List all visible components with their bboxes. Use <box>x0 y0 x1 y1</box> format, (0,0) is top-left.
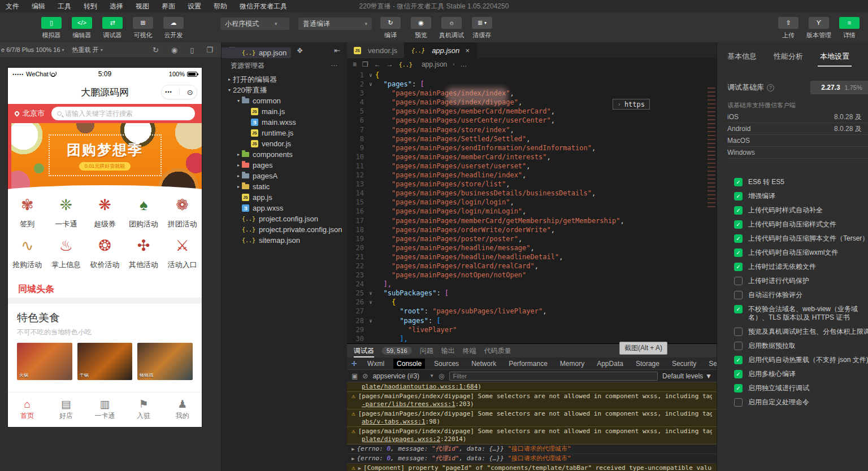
toolbar-button[interactable]: ⇄调试器 <box>99 17 125 40</box>
settings-option[interactable]: ✓增强编译 <box>734 192 868 200</box>
expand-icon[interactable]: ▶ <box>351 456 354 461</box>
toolbar-button[interactable]: ▯模拟器 <box>38 17 64 40</box>
checkbox-unchecked[interactable] <box>734 328 743 336</box>
checkbox-checked[interactable]: ✓ <box>734 305 743 313</box>
checkbox-checked[interactable]: ✓ <box>734 192 743 200</box>
clear-console-icon[interactable]: ⊘ <box>362 372 368 380</box>
promo-banner[interactable]: 团购梦想季 0.01元拼好货就能 <box>8 123 202 190</box>
tree-item[interactable]: ▾220带直播 <box>222 85 347 95</box>
source-link[interactable]: plate/diypages.wxss:2 <box>362 435 440 443</box>
breadcrumb-file[interactable]: app.json <box>422 60 447 68</box>
console-message[interactable]: ▶{errno: 0, message: "代理id", data: {…}} … <box>347 454 717 464</box>
food-card[interactable]: 火锅 <box>17 343 72 380</box>
debugger-icon[interactable]: ⇄ <box>102 17 123 29</box>
exit-target-icon[interactable]: ⊙ <box>187 88 193 97</box>
outline-icon[interactable]: ≡ <box>353 60 357 68</box>
phone-tab-active[interactable]: ⌂首页 <box>8 393 47 427</box>
console-message[interactable]: ⚠[pages/mainPages/index/diypage] Some se… <box>347 409 717 427</box>
feature-grid-item[interactable]: ⚔活动入口 <box>163 237 202 270</box>
devtools-tab-performance[interactable]: Performance <box>505 359 551 369</box>
version-control-icon[interactable]: ϒ <box>809 17 829 29</box>
settings-option[interactable]: ✓上传代码时样式自动补全 <box>734 206 868 215</box>
toolbar-right-button[interactable]: ≡详情 <box>836 17 862 40</box>
settings-option[interactable]: ✓启用多核心编译 <box>734 370 868 378</box>
feature-grid-item[interactable]: ❈一卡通 <box>47 197 86 229</box>
editor-tab[interactable]: {..}app.json× <box>405 42 477 58</box>
library-version-select[interactable]: 2.27.3 1.75% <box>810 81 868 94</box>
compile-icon[interactable]: ↻ <box>380 17 401 29</box>
tree-item[interactable]: ▸打开的编辑器 <box>222 74 347 85</box>
devtools-tab-security[interactable]: Security <box>669 359 700 369</box>
settings-option[interactable]: ✓启用代码自动热重载（不支持 json 文件) <box>734 356 868 364</box>
console-message[interactable]: ⚠[pages/mainPages/index/diypage] Some se… <box>347 392 717 409</box>
tab-debugger[interactable]: 调试器 <box>354 344 374 357</box>
devtools-tab-appdata[interactable]: AppData <box>593 359 627 369</box>
simulator-icon[interactable]: ▯ <box>41 17 62 29</box>
toolbar-button[interactable]: ☁云开发 <box>160 17 186 40</box>
log-levels-select[interactable]: Default levels ▼ <box>662 372 712 380</box>
menu-item[interactable]: 微信开发者工具 <box>240 2 287 11</box>
device-debug-icon[interactable]: ☼ <box>441 17 462 29</box>
settings-option[interactable]: 启用自定义处理命令 <box>734 398 868 407</box>
checkbox-checked[interactable]: ✓ <box>734 384 743 393</box>
toolbar-action-button[interactable]: ☼真机调试 <box>439 17 465 40</box>
phone-tab-item[interactable]: ⚑入驻 <box>124 393 163 427</box>
details-tab-active[interactable]: 本地设置 <box>820 51 849 67</box>
menu-item[interactable]: 视图 <box>136 2 149 11</box>
checkbox-unchecked[interactable] <box>734 342 743 350</box>
more-actions-icon[interactable]: ⋯ <box>331 62 338 69</box>
tree-item[interactable]: JSmain.js <box>222 106 347 117</box>
settings-option[interactable]: ✓上传代码时自动压缩wxml文件 <box>734 248 868 257</box>
settings-option[interactable]: ✓不校验合法域名、web-view（业务域名）、TLS 版本以及 HTTPS 证… <box>734 305 868 322</box>
food-card[interactable]: 干锅 <box>77 343 133 380</box>
fold-icon[interactable]: ∨ <box>366 289 375 298</box>
tree-item[interactable]: JSruntime.js <box>222 128 347 138</box>
tree-item[interactable]: ▸pages <box>222 160 347 171</box>
details-icon[interactable]: ≡ <box>839 17 860 29</box>
settings-option[interactable]: ✓ES6 转 ES5 <box>734 178 868 186</box>
settings-option[interactable]: ✓上传代码时自动压缩样式文件 <box>734 220 868 229</box>
devtools-tab-console[interactable]: Console <box>393 359 425 369</box>
fold-icon[interactable]: ∨ <box>366 71 375 80</box>
cloud-dev-icon[interactable]: ☁ <box>163 17 184 29</box>
tree-item[interactable]: JSapp.js <box>222 192 347 203</box>
menu-item[interactable]: 选择 <box>110 2 123 11</box>
collapse-editors-icon[interactable]: ⇤ <box>334 46 340 55</box>
checkbox-unchecked[interactable] <box>734 277 743 285</box>
device-select[interactable]: e 6/7/8 Plus 100% 16 <box>1 46 60 53</box>
checkbox-checked[interactable]: ✓ <box>734 370 743 378</box>
menu-item[interactable]: 转到 <box>84 2 97 11</box>
menu-item[interactable]: 工具 <box>58 2 71 11</box>
close-icon[interactable]: × <box>465 46 470 55</box>
miniapp-capsule[interactable]: ••• ⊙ <box>161 85 197 99</box>
menu-item[interactable]: 界面 <box>162 2 175 11</box>
tree-item[interactable]: {..}app.json <box>222 47 291 58</box>
toolbar-right-button[interactable]: ⇧上传 <box>775 17 801 40</box>
bookmark-icon[interactable]: ❒ <box>362 60 368 68</box>
devtools-tab-sources[interactable]: Sources <box>431 359 462 369</box>
breadcrumb-more[interactable]: … <box>460 60 467 68</box>
city-headline-link[interactable]: 同城头条 <box>8 281 202 298</box>
tree-item[interactable]: JSvendor.js <box>222 138 347 149</box>
settings-option[interactable]: 上传时进行代码保护 <box>734 277 868 285</box>
menu-item[interactable]: 文件 <box>6 2 19 11</box>
feature-grid-item[interactable]: ❋超级券 <box>85 197 124 229</box>
checkbox-checked[interactable]: ✓ <box>734 263 743 271</box>
settings-option[interactable]: ✓上传时过滤无依赖文件 <box>734 263 868 271</box>
context-select[interactable]: appservice (#3) ▼ <box>372 372 434 380</box>
details-tab-item[interactable]: 基本信息 <box>727 51 757 67</box>
toolbar-button[interactable]: ⊞可视化 <box>130 17 156 40</box>
phone-tab-item[interactable]: ♟我的 <box>163 393 202 427</box>
checkbox-checked[interactable]: ✓ <box>734 234 743 243</box>
menu-item[interactable]: 设置 <box>188 2 201 11</box>
toolbar-action-button[interactable]: ◉预览 <box>408 17 434 40</box>
settings-option[interactable]: ✓上传代码时自动压缩脚本文件（Terser） <box>734 234 868 243</box>
checkbox-checked[interactable]: ✓ <box>734 220 743 229</box>
settings-option[interactable]: ✓启用独立域进行调试 <box>734 384 868 393</box>
inspect-icon[interactable]: ✛ <box>351 360 357 368</box>
phone-frame-icon[interactable]: ▯ <box>190 46 194 54</box>
console-message[interactable]: ⚠[pages/mainPages/index/diypage] Some se… <box>347 427 717 444</box>
filter-input[interactable] <box>449 372 658 381</box>
expand-icon[interactable]: ▶ <box>358 465 361 471</box>
tree-item[interactable]: {..}sitemap.json <box>222 235 347 246</box>
